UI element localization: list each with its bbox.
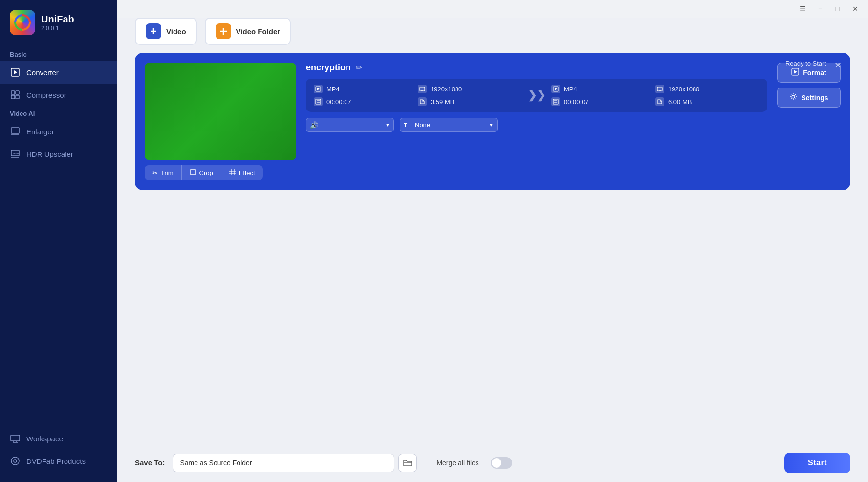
sidebar-item-dvdfab[interactable]: DVDFab Products (0, 450, 117, 472)
sidebar-item-hdr-upscaler[interactable]: HDR HDR Upscaler (0, 143, 117, 165)
start-button[interactable]: Start (784, 453, 850, 473)
dest-duration-line: 00:00:07 (551, 97, 655, 106)
toggle-thumb (492, 458, 501, 468)
sidebar-item-compressor[interactable]: Compressor (0, 84, 117, 106)
dest-meta2: 1920x1080 6.00 MB (655, 85, 760, 106)
svg-point-43 (792, 95, 795, 98)
ready-badge: Ready to Start (785, 60, 826, 67)
hdr-icon: HDR (10, 149, 21, 159)
svg-marker-2 (14, 70, 17, 74)
add-folder-icon (216, 23, 231, 39)
add-folder-button[interactable]: Video Folder (205, 18, 291, 45)
card-actions: Format Settings (777, 63, 841, 108)
selects-row: 🔊 ▼ T None ▼ (306, 118, 767, 132)
svg-point-16 (11, 457, 19, 465)
dest-resolution: 1920x1080 (668, 86, 699, 93)
close-button[interactable]: ✕ (848, 2, 862, 16)
source-resolution: 1920x1080 (431, 86, 462, 93)
trim-button[interactable]: ✂ Trim (145, 165, 182, 180)
video-title-row: encryption ✏ (306, 63, 767, 73)
svg-rect-29 (316, 99, 321, 104)
sidebar-item-enlarger[interactable]: Enlarger (0, 120, 117, 143)
source-meta2: 1920x1080 3.59 MB (418, 85, 522, 106)
workspace-label: Workspace (26, 435, 63, 443)
hdr-label: HDR Upscaler (26, 150, 73, 158)
add-video-icon (146, 23, 161, 39)
svg-marker-42 (794, 70, 797, 74)
sidebar-item-converter[interactable]: Converter (0, 61, 117, 84)
dest-size-line: 6.00 MB (655, 97, 760, 106)
svg-rect-3 (11, 91, 15, 94)
title-bar: ☰ − □ ✕ (117, 0, 868, 18)
bottom-bar: Save To: Same as Source Folder Merge all… (117, 443, 868, 482)
svg-point-17 (14, 460, 17, 462)
video-controls-row: ✂ Trim Crop (145, 165, 296, 180)
save-path-select[interactable]: Same as Source Folder (173, 454, 394, 472)
enlarger-icon (10, 126, 21, 137)
video-thumbnail (145, 63, 296, 160)
source-format-line: MP4 (314, 85, 418, 93)
compressor-icon (10, 89, 21, 100)
video-info-section: encryption ✏ (306, 63, 767, 132)
audio-select-wrapper: 🔊 ▼ (306, 118, 394, 132)
crop-label: Crop (199, 169, 213, 176)
app-version: 2.0.0.1 (41, 25, 74, 32)
source-duration-icon (314, 97, 323, 106)
source-duration-line: 00:00:07 (314, 97, 418, 106)
logo-section: UniFab 2.0.0.1 (0, 0, 117, 47)
videoai-section-label: Video AI (0, 106, 117, 120)
maximize-button[interactable]: □ (831, 2, 845, 16)
workspace-icon (10, 433, 21, 444)
trim-label: Trim (161, 169, 174, 176)
dest-format: MP4 (564, 86, 577, 93)
dest-meta: MP4 00:00:07 (551, 85, 655, 106)
video-title: encryption (306, 63, 351, 73)
app-name: UniFab (41, 14, 74, 25)
card-close-button[interactable]: ✕ (832, 60, 844, 71)
merge-label: Merge all files (436, 459, 478, 467)
merge-toggle[interactable] (491, 457, 512, 469)
basic-section-label: Basic (0, 47, 117, 61)
sidebar-item-workspace[interactable]: Workspace (0, 427, 117, 450)
format-icon (791, 68, 799, 77)
arrow-separator: ❯❯ (522, 89, 551, 102)
source-size: 3.59 MB (431, 98, 454, 106)
source-format-icon (314, 85, 323, 93)
crop-icon (190, 169, 196, 177)
add-video-button[interactable]: Video (135, 18, 197, 45)
meta-container: MP4 00:00:07 (306, 79, 767, 112)
save-to-label: Save To: (135, 459, 165, 467)
source-res-icon (418, 85, 427, 93)
audio-select[interactable] (306, 118, 394, 132)
trim-icon: ✂ (152, 169, 158, 176)
edit-icon[interactable]: ✏ (356, 63, 362, 72)
logo-text: UniFab 2.0.0.1 (41, 14, 74, 32)
dest-res-line: 1920x1080 (655, 85, 760, 93)
effect-button[interactable]: Effect (221, 165, 263, 180)
svg-marker-35 (555, 88, 557, 90)
crop-button[interactable]: Crop (182, 165, 221, 180)
svg-rect-32 (420, 87, 425, 91)
svg-rect-5 (11, 95, 15, 99)
svg-rect-6 (16, 95, 19, 99)
source-size-line: 3.59 MB (418, 97, 522, 106)
svg-text:HDR: HDR (13, 152, 20, 155)
main-content: Video Video Folder ✂ (117, 0, 868, 482)
source-size-icon (418, 97, 427, 106)
dest-res-icon (655, 85, 664, 93)
add-folder-label: Video Folder (236, 27, 281, 36)
svg-rect-39 (657, 87, 662, 91)
folder-browse-button[interactable] (398, 454, 417, 472)
source-res-line: 1920x1080 (418, 85, 522, 93)
menu-button[interactable]: ☰ (796, 2, 809, 16)
enlarger-label: Enlarger (26, 128, 54, 136)
svg-rect-4 (16, 91, 19, 94)
svg-rect-7 (11, 128, 19, 133)
effect-label: Effect (239, 169, 255, 176)
dest-format-icon (551, 85, 560, 93)
minimize-button[interactable]: − (813, 2, 827, 16)
svg-rect-12 (11, 435, 20, 441)
subtitle-select[interactable]: None (400, 118, 498, 132)
video-card: ✂ Trim Crop (135, 53, 850, 190)
settings-button[interactable]: Settings (777, 88, 841, 108)
